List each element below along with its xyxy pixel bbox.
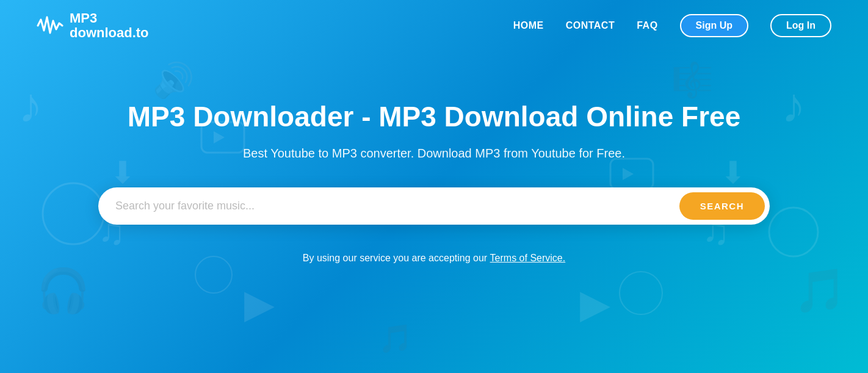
nav-links: HOME CONTACT FAQ Sign Up Log In <box>513 14 831 37</box>
nav-faq[interactable]: FAQ <box>637 20 657 31</box>
logo-text: MP3 download.to <box>70 11 149 40</box>
login-button[interactable]: Log In <box>770 14 831 37</box>
hero-subtitle: Best Youtube to MP3 converter. Download … <box>243 147 625 161</box>
logo-mp3: MP3 <box>70 11 149 26</box>
svg-text:🎵: 🎵 <box>378 322 413 355</box>
hero-section: ♪ ♫ 🎧 🔊 ▶ ⬇ ♪ ♫ 🎵 🎼 ▶ ⬇ 🎵 <box>0 0 868 373</box>
navbar: MP3 download.to HOME CONTACT FAQ Sign Up… <box>0 0 868 51</box>
terms-link[interactable]: Terms of Service. <box>490 253 566 263</box>
search-button[interactable]: SEARCH <box>679 192 765 220</box>
nav-home[interactable]: HOME <box>513 20 544 31</box>
svg-text:🎧: 🎧 <box>37 266 90 316</box>
terms-notice: By using our service you are accepting o… <box>303 253 565 264</box>
logo-waveform-icon <box>37 12 63 39</box>
logo-domain: download.to <box>70 26 149 40</box>
svg-text:▶: ▶ <box>244 281 275 326</box>
svg-point-16 <box>620 272 662 314</box>
signup-button[interactable]: Sign Up <box>680 14 748 37</box>
svg-text:🎵: 🎵 <box>794 266 847 316</box>
nav-contact[interactable]: CONTACT <box>566 20 615 31</box>
search-bar: SEARCH <box>98 187 770 225</box>
logo[interactable]: MP3 download.to <box>37 11 149 40</box>
search-input[interactable] <box>115 200 679 212</box>
svg-text:▶: ▶ <box>580 281 610 326</box>
hero-content: MP3 Downloader - MP3 Download Online Fre… <box>0 100 868 263</box>
svg-text:🔊: 🔊 <box>153 60 195 100</box>
hero-title: MP3 Downloader - MP3 Download Online Fre… <box>128 100 740 134</box>
svg-text:🎼: 🎼 <box>671 60 714 100</box>
terms-prefix-text: By using our service you are accepting o… <box>303 253 490 263</box>
